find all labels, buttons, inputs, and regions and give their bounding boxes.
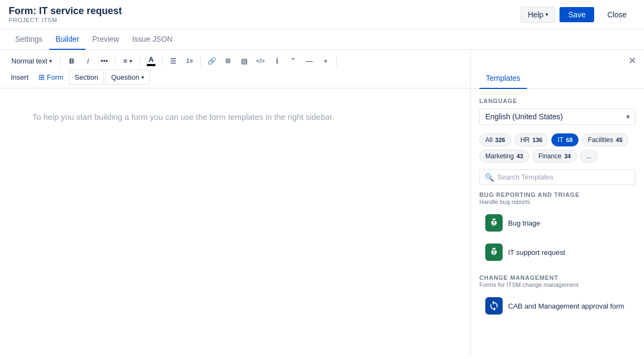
form-title: Form: IT service request: [9, 5, 122, 17]
template-category-header: BUG REPORTING AND TRIAGE Handle bug repo…: [479, 191, 635, 207]
template-name-it-support: IT support request: [508, 248, 565, 257]
expand-button[interactable]: +: [318, 53, 333, 68]
layout-icon: ▤: [241, 57, 248, 65]
italic-button[interactable]: i: [80, 53, 95, 68]
sidebar-close-button[interactable]: ✕: [625, 53, 640, 68]
editor-placeholder: To help you start building a form you ca…: [32, 110, 438, 124]
change-icon: [489, 300, 499, 311]
toolbar-special-group: Insert ⊞ Form Section Question ▾: [6, 69, 150, 85]
pill-marketing[interactable]: Marketing 43: [479, 150, 529, 163]
template-name-bug-triage: Bug triage: [508, 219, 540, 227]
form-prefix: Form:: [9, 5, 36, 16]
search-section: 🔍: [471, 169, 644, 191]
table-button[interactable]: ⊞: [220, 53, 236, 68]
template-item-cab-approval[interactable]: CAB and Management approval form: [479, 292, 635, 319]
template-list: BUG REPORTING AND TRIAGE Handle bug repo…: [471, 191, 644, 357]
template-item-bug-triage[interactable]: Bug triage: [479, 209, 635, 236]
text-color-icon: A: [148, 55, 153, 63]
table-icon: ⊞: [225, 57, 231, 65]
bullet-list-button[interactable]: ☰: [166, 53, 181, 68]
category-title: BUG REPORTING AND TRIAGE: [479, 191, 635, 198]
code-button[interactable]: </>: [253, 53, 268, 68]
category-section: All 326 HR 136 IT 68 Facilities 45 Marke…: [471, 133, 644, 169]
info-button[interactable]: ℹ: [269, 53, 284, 68]
template-icon-bug: [485, 214, 503, 232]
pill-more[interactable]: ...: [580, 150, 597, 163]
tab-builder[interactable]: Builder: [49, 29, 86, 50]
form-button[interactable]: ⊞ Form: [34, 69, 68, 85]
numbered-list-button[interactable]: 1≡: [182, 53, 197, 68]
search-input[interactable]: [479, 169, 635, 185]
bug-icon: [489, 217, 499, 228]
template-group-change-management: CHANGE MANAGEMENT Forms for ITSM change …: [479, 274, 635, 319]
toolbar: Normal text ▾ B i ••• ≡ ▾: [0, 50, 470, 88]
form-icon: ⊞: [38, 73, 45, 81]
divider-button[interactable]: —: [302, 53, 317, 68]
align-button[interactable]: ≡ ▾: [119, 53, 136, 68]
link-button[interactable]: 🔗: [204, 53, 219, 68]
header-right: Help ▾ Save Close: [521, 7, 635, 23]
editor-content[interactable]: To help you start building a form you ca…: [0, 88, 470, 357]
sidebar-tab-templates[interactable]: Templates: [479, 68, 527, 89]
toolbar-sep-2: [115, 55, 115, 66]
numbered-list-icon: 1≡: [186, 57, 193, 64]
chevron-down-icon: ▾: [49, 58, 52, 64]
language-select-wrapper: English (United States) English (UK) Fre…: [479, 108, 635, 125]
text-style-dropdown[interactable]: Normal text ▾: [6, 53, 57, 68]
quote-button[interactable]: ": [285, 53, 301, 68]
toolbar-text-style-group: Normal text ▾: [6, 53, 57, 68]
category-title-2: CHANGE MANAGEMENT: [479, 274, 635, 281]
more-format-button[interactable]: •••: [96, 53, 112, 68]
template-icon-change: [485, 297, 503, 315]
divider-icon: —: [306, 57, 313, 65]
layout-button[interactable]: ▤: [237, 53, 252, 68]
pill-facilities[interactable]: Facilities 45: [582, 133, 628, 146]
toolbar-sep-3: [140, 55, 140, 66]
toolbar-align-group: ≡ ▾: [119, 53, 136, 68]
language-label: LANGUAGE: [479, 98, 635, 104]
template-name-cab-approval: CAB and Management approval form: [508, 302, 625, 310]
text-color-button[interactable]: A: [144, 53, 159, 68]
chevron-down-icon: ▾: [545, 11, 548, 17]
pill-hr[interactable]: HR 136: [515, 133, 549, 146]
category-description-2: Forms for ITSM change management: [479, 281, 635, 288]
header: Form: IT service request PROJECT: ITSM H…: [0, 0, 644, 29]
more-icon: •••: [101, 57, 108, 65]
template-item-it-support[interactable]: IT support request: [479, 239, 635, 266]
color-indicator: [147, 64, 155, 66]
help-button[interactable]: Help ▾: [521, 7, 555, 23]
form-name: IT service request: [39, 5, 122, 16]
category-pills: All 326 HR 136 IT 68 Facilities 45 Marke…: [479, 133, 635, 163]
bold-button[interactable]: B: [64, 53, 79, 68]
pill-all[interactable]: All 326: [479, 133, 511, 146]
close-button[interactable]: Close: [599, 7, 635, 22]
tab-preview[interactable]: Preview: [86, 29, 126, 50]
pill-finance[interactable]: Finance 34: [532, 150, 577, 163]
quote-icon: ": [292, 56, 295, 65]
question-button[interactable]: Question ▾: [105, 69, 150, 85]
support-icon: [489, 247, 499, 258]
toolbar-sep-5: [200, 55, 201, 66]
insert-button[interactable]: Insert: [6, 69, 33, 85]
align-icon: ≡: [123, 57, 127, 65]
pill-it[interactable]: IT 68: [551, 133, 578, 146]
category-description: Handle bug reports: [479, 198, 635, 205]
template-group-bug-reporting: BUG REPORTING AND TRIAGE Handle bug repo…: [479, 191, 635, 266]
template-category-header-2: CHANGE MANAGEMENT Forms for ITSM change …: [479, 274, 635, 290]
link-icon: 🔗: [207, 57, 216, 65]
tab-issue-json[interactable]: Issue JSON: [126, 29, 179, 50]
tab-settings[interactable]: Settings: [9, 29, 49, 50]
section-button[interactable]: Section: [69, 69, 104, 85]
project-name: PROJECT: ITSM: [9, 17, 122, 23]
chevron-down-icon: ▾: [129, 58, 132, 64]
toolbar-color-group: A: [144, 53, 159, 68]
toolbar-list-group: ☰ 1≡: [166, 53, 197, 68]
nav-tabs: Settings Builder Preview Issue JSON: [0, 29, 644, 50]
expand-icon: +: [323, 57, 328, 65]
save-button[interactable]: Save: [560, 7, 594, 22]
toolbar-format-group: B i •••: [64, 53, 112, 68]
language-select[interactable]: English (United States) English (UK) Fre…: [479, 108, 635, 125]
toolbar-insert-group: 🔗 ⊞ ▤ </> ℹ " —: [204, 53, 333, 68]
sidebar: ✕ Templates LANGUAGE English (United Sta…: [471, 50, 644, 357]
close-icon: ✕: [628, 55, 636, 67]
